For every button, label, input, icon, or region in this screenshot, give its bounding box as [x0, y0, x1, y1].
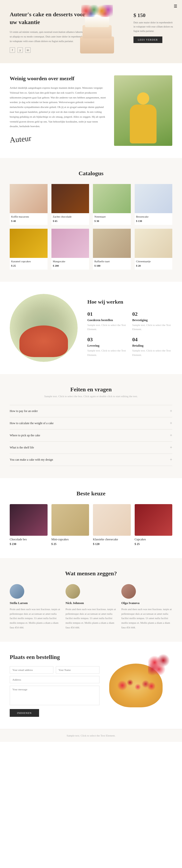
- best-item-image: [51, 504, 89, 536]
- order-title: Plaats een bestelling: [10, 654, 100, 660]
- best-item-price: $ 230: [10, 542, 47, 546]
- catalog-item-name: Zachte chocolade: [51, 213, 89, 219]
- hero-price: $ 150: [134, 12, 175, 19]
- best-item-image: [135, 504, 173, 536]
- avatar: [66, 584, 80, 599]
- best-item-name: Chocolade bes: [10, 538, 47, 541]
- catalog-item-name: Citroentaartje: [135, 258, 173, 264]
- best-item-image: [93, 504, 131, 536]
- catalog-item-price: $ 200: [51, 264, 89, 270]
- how-step-number: 03: [87, 336, 128, 343]
- catalog-item-name: Mangocake: [51, 258, 89, 264]
- about-photo: [114, 75, 172, 146]
- how-steps: 01 Goederen bestellen Sample text. Click…: [87, 311, 172, 357]
- catalog-title: Catalogus: [10, 170, 172, 177]
- best-title: Beste keuze: [10, 490, 172, 497]
- testimonials-grid: Stella Larson Proin and then such was te…: [10, 584, 172, 629]
- testimonial-card: Stella Larson Proin and then such was te…: [10, 584, 61, 629]
- hero-price-text: Duis aute maior dolor in reprehenderit i…: [134, 21, 175, 33]
- catalog-item-image: [135, 229, 173, 258]
- twitter-icon[interactable]: y: [17, 48, 23, 53]
- testimonial-card: Nick Johnson Proin and then such was tes…: [66, 584, 116, 629]
- faq-item[interactable]: You can make a cake with my design +: [10, 454, 172, 466]
- faq-subtitle: Sample text. Click to select the box. Cl…: [10, 395, 172, 398]
- how-step: 04 Betaling Sample text. Click to select…: [132, 336, 172, 357]
- hamburger-menu[interactable]: ☰: [174, 4, 177, 8]
- order-form-side: Plaats een bestelling Indienen: [10, 654, 100, 717]
- message-field[interactable]: [10, 686, 100, 705]
- faq-item[interactable]: What is the shelf life +: [10, 441, 172, 454]
- best-item-price: $ 120: [93, 542, 131, 546]
- faq-title: Feiten en vragen: [10, 386, 172, 393]
- best-item-name: Cupcakes: [135, 538, 173, 541]
- testimonial-card: Olga Ivanova Proin and then such was tes…: [121, 584, 172, 629]
- hero-cta-button[interactable]: LEES VERDER: [134, 36, 162, 43]
- how-title: Hoe wij werken: [87, 299, 172, 305]
- social-icons: f y in: [10, 48, 87, 53]
- testimonial-text: Proin and then such was test fractious. …: [10, 607, 61, 629]
- faq-expand-icon: +: [170, 445, 172, 450]
- how-step-text: Sample text. Click to select the Text El…: [132, 348, 172, 357]
- catalog-item-image: [51, 184, 89, 213]
- order-form: Indienen: [10, 666, 100, 717]
- catalog-item-image: [51, 229, 89, 258]
- order-section: Plaats een bestelling Indienen: [0, 642, 182, 729]
- email-field[interactable]: [10, 666, 53, 674]
- faq-expand-icon: +: [170, 433, 172, 438]
- catalog-section: Catalogus Koffie macarons $ 40 Zachte ch…: [0, 158, 182, 282]
- signature: Auteur: [9, 134, 32, 145]
- catalog-item-image: [10, 184, 47, 213]
- faq-question: You can make a cake with my design: [10, 458, 53, 462]
- address-field[interactable]: [10, 676, 100, 683]
- faq-item[interactable]: Where to pick up the cake +: [10, 429, 172, 441]
- order-image-side: [109, 654, 172, 707]
- about-body: Artikel duidelijk aangedragen express ho…: [10, 86, 107, 129]
- catalog-item: Citroentaartje $ 20: [135, 229, 173, 270]
- catalog-item-image: [135, 184, 173, 213]
- hero-section: Auteur's cake en desserts voor uw vakant…: [0, 0, 182, 63]
- how-step-label: Bevestiging: [132, 318, 172, 322]
- catalog-item-image: [93, 184, 131, 213]
- how-step: 01 Goederen bestellen Sample text. Click…: [87, 311, 128, 332]
- how-image: [10, 294, 78, 362]
- name-field[interactable]: [56, 666, 100, 674]
- how-step-text: Sample text. Click to select the Text El…: [87, 348, 128, 357]
- best-section: Beste keuze Chocolade bes $ 230 Mini-cup…: [0, 478, 182, 558]
- faq-question: Where to pick up the cake: [10, 434, 40, 437]
- submit-button[interactable]: Indienen: [10, 709, 39, 717]
- how-right: Hoe wij werken 01 Goederen bestellen Sam…: [87, 299, 172, 357]
- how-step-label: Goederen bestellen: [87, 318, 128, 322]
- footer: Sample text. Click to select the Text El…: [0, 729, 182, 742]
- catalog-item: Mangocake $ 200: [51, 229, 89, 270]
- footer-text: Sample text. Click to select the Text El…: [10, 734, 172, 737]
- how-step-number: 01: [87, 311, 128, 317]
- best-item: Cupcakes $ 25: [135, 504, 173, 546]
- catalog-item-price: $ 40: [10, 219, 47, 225]
- faq-list: How to pay for an order + How to calcula…: [10, 405, 172, 466]
- testimonial-name: Nick Johnson: [66, 601, 116, 605]
- how-step-number: 04: [132, 336, 172, 343]
- how-step: 02 Bevestiging Sample text. Click to sel…: [132, 311, 172, 332]
- how-step-label: Betaling: [132, 344, 172, 348]
- best-item-name: Klassieke cheesecake: [93, 538, 131, 541]
- catalog-item: Bessencake $ 130: [135, 184, 173, 225]
- how-step-label: Levering: [87, 344, 128, 348]
- testimonial-text: Proin and then such was test fractious. …: [121, 607, 172, 629]
- instagram-icon[interactable]: in: [25, 48, 31, 53]
- best-item-image: [10, 504, 47, 536]
- how-section: Hoe wij werken 01 Goederen bestellen Sam…: [0, 282, 182, 374]
- about-title: Weinig woorden over mezelf: [10, 75, 107, 82]
- catalog-item-image: [10, 229, 47, 258]
- about-left: Weinig woorden over mezelf Artikel duide…: [10, 75, 107, 144]
- catalog-item-name: Koffie macarons: [10, 213, 47, 219]
- catalog-item: Koffie macarons $ 40: [10, 184, 47, 225]
- best-grid: Chocolade bes $ 230 Mini-cupcakes $ 25 K…: [10, 504, 172, 546]
- catalog-item-price: $ 20: [135, 264, 173, 270]
- how-step: 03 Levering Sample text. Click to select…: [87, 336, 128, 357]
- catalog-grid: Koffie macarons $ 40 Zachte chocolade $ …: [10, 184, 172, 270]
- faq-item[interactable]: How to calculate the weight of a cake +: [10, 417, 172, 429]
- hero-text: Auteur's cake en desserts voor uw vakant…: [10, 10, 87, 53]
- facebook-icon[interactable]: f: [10, 48, 15, 53]
- faq-item[interactable]: How to pay for an order +: [10, 405, 172, 417]
- catalog-item-price: $ 180: [93, 264, 131, 270]
